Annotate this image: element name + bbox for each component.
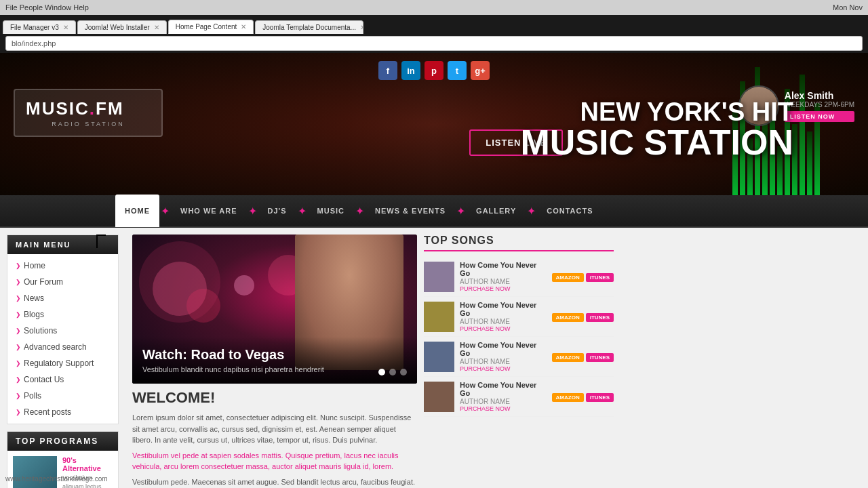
browser-tab[interactable]: Home Page Content✕ — [168, 20, 254, 34]
song-author: AUTHOR NAME — [460, 398, 547, 405]
welcome-paragraph-3: Vestibulum pede. Maecenas sit amet augue… — [132, 476, 417, 489]
browser-tab[interactable]: File Manager v3✕ — [3, 20, 76, 34]
linkedin-icon[interactable]: in — [401, 61, 420, 80]
nav-item-home[interactable]: HOME — [115, 195, 159, 227]
sidebar-menu-item[interactable]: Recent posts — [7, 404, 118, 420]
song-purchase-link[interactable]: PURCHASE NOW — [460, 285, 547, 292]
browser-tab[interactable]: Joomla! Web Installer✕ — [77, 20, 167, 34]
sidebar-menu-item[interactable]: Home — [7, 258, 118, 274]
sidebar-menu-item[interactable]: Regulatory Support — [7, 355, 118, 371]
song-author: AUTHOR NAME — [460, 358, 547, 365]
browser-tab[interactable]: Joomla Template Documenta...✕ — [255, 20, 363, 34]
song-thumbnail — [424, 382, 454, 412]
listen-now-button[interactable]: LISTEN NOW — [785, 111, 854, 122]
nav-item-whoweare[interactable]: WHO WE ARE — [171, 195, 247, 227]
song-buttons: AMAZON iTUNES — [552, 313, 614, 322]
song-item: How Come You Never Go AUTHOR NAME PURCHA… — [424, 257, 614, 297]
pinterest-icon[interactable]: p — [425, 61, 443, 80]
program-info: 90's Alternative Vestibulum aliquam lect… — [62, 456, 113, 488]
sidebar-menu-item[interactable]: Our Forum — [7, 274, 118, 290]
content-area: Watch: Road to Vegas Vestibulum blandit … — [125, 228, 868, 488]
program-thumb — [13, 456, 57, 488]
welcome-section: WELCOME! Lorem ipsum dolor sit amet, con… — [132, 389, 417, 488]
nav-item-contacts[interactable]: CONTACTS — [537, 195, 602, 227]
song-item: How Come You Never Go AUTHOR NAME PURCHA… — [424, 337, 614, 377]
twitter-icon[interactable]: t — [448, 61, 467, 80]
itunes-button[interactable]: iTUNES — [586, 393, 614, 402]
amazon-button[interactable]: AMAZON — [552, 353, 584, 362]
program-title: 90's Alternative — [62, 456, 113, 472]
top-songs-title: TOP SONGS — [424, 235, 614, 251]
tab-close-icon[interactable]: ✕ — [360, 24, 363, 31]
nav-separator: ✦ — [161, 205, 170, 218]
welcome-paragraph-2[interactable]: Vestibulum vel pede at sapien sodales ma… — [132, 450, 417, 472]
song-thumbnail — [424, 342, 454, 372]
browser-clock: Mon Nov — [833, 3, 863, 12]
song-item: How Come You Never Go AUTHOR NAME PURCHA… — [424, 377, 614, 417]
logo-area: MUSIC.FM RADIO STATION — [14, 85, 163, 137]
slider-dot-3[interactable] — [400, 369, 407, 375]
song-purchase-link[interactable]: PURCHASE NOW — [460, 325, 547, 332]
song-author: AUTHOR NAME — [460, 318, 547, 325]
station-tagline: NEW YORK'S HIT MUSIC STATION — [521, 99, 794, 160]
sidebar-menu-item[interactable]: Contact Us — [7, 371, 118, 388]
song-title: How Come You Never Go — [460, 301, 547, 317]
browser-titlebar: File People Window Help Mon Nov — [0, 0, 868, 15]
song-author: AUTHOR NAME — [460, 278, 547, 285]
logo-title: MUSIC.FM — [26, 98, 151, 119]
browser-chrome: File People Window Help Mon Nov File Man… — [0, 0, 868, 34]
welcome-paragraph-1: Lorem ipsum dolor sit amet, consectetuer… — [132, 412, 417, 446]
sidebar-menu-item[interactable]: Advanced search — [7, 339, 118, 355]
amazon-button[interactable]: AMAZON — [552, 313, 584, 322]
sidebar-menu-item[interactable]: News — [7, 290, 118, 306]
browser-menu[interactable]: File People Window Help — [5, 3, 89, 12]
main-menu-section: MAIN MENU HomeOur ForumNewsBlogsSolution… — [7, 235, 119, 424]
tab-close-icon[interactable]: ✕ — [154, 24, 159, 31]
tab-close-icon[interactable]: ✕ — [63, 24, 68, 31]
nav-item-newsevents[interactable]: NEWS & EVENTS — [366, 195, 455, 227]
main-navigation: HOME✦WHO WE ARE✦DJ'S✦MUSIC✦NEWS & EVENTS… — [0, 195, 868, 228]
google-icon[interactable]: g+ — [471, 61, 490, 80]
nav-item-music[interactable]: MUSIC — [308, 195, 354, 227]
song-purchase-link[interactable]: PURCHASE NOW — [460, 405, 547, 412]
sidebar-menu-item[interactable]: Solutions — [7, 323, 118, 339]
song-buttons: AMAZON iTUNES — [552, 353, 614, 362]
song-buttons: AMAZON iTUNES — [552, 273, 614, 282]
amazon-button[interactable]: AMAZON — [552, 273, 584, 282]
facebook-icon[interactable]: f — [378, 61, 397, 80]
site-header: f in p t g+ MUSIC.FM RADIO STATION LISTE… — [0, 53, 868, 195]
itunes-button[interactable]: iTUNES — [586, 313, 614, 322]
song-title: How Come You Never Go — [460, 341, 547, 357]
main-menu-title: MAIN MENU — [7, 235, 118, 254]
song-item: How Come You Never Go AUTHOR NAME PURCHA… — [424, 297, 614, 337]
song-info: How Come You Never Go AUTHOR NAME PURCHA… — [460, 341, 547, 372]
slider-area: Watch: Road to Vegas Vestibulum blandit … — [132, 235, 417, 488]
sidebar-menu-item[interactable]: Polls — [7, 388, 118, 404]
nav-separator: ✦ — [355, 205, 364, 218]
song-purchase-link[interactable]: PURCHASE NOW — [460, 365, 547, 372]
dj-info: Alex Smith WEEKDAYS 2PM-6PM LISTEN NOW — [785, 90, 854, 122]
itunes-button[interactable]: iTUNES — [586, 273, 614, 282]
nav-item-djs[interactable]: DJ'S — [258, 195, 296, 227]
sidebar: MAIN MENU HomeOur ForumNewsBlogsSolution… — [0, 228, 125, 488]
browser-addressbar[interactable]: blo/index.php — [5, 36, 863, 51]
social-bar: f in p t g+ — [0, 53, 868, 85]
song-title: How Come You Never Go — [460, 381, 547, 397]
welcome-title: WELCOME! — [132, 389, 417, 407]
nav-item-gallery[interactable]: GALLERY — [467, 195, 526, 227]
slider-dot-1[interactable] — [378, 369, 385, 375]
station-title: NEW YORK'S HIT MUSIC STATION — [521, 99, 794, 160]
footer-url: www.heritagechristiancollege.com — [5, 475, 108, 483]
amazon-button[interactable]: AMAZON — [552, 393, 584, 402]
itunes-button[interactable]: iTUNES — [586, 353, 614, 362]
nav-separator: ✦ — [298, 205, 307, 218]
nav-separator: ✦ — [527, 205, 536, 218]
sidebar-menu: HomeOur ForumNewsBlogsSolutionsAdvanced … — [7, 254, 118, 424]
slider-dot-2[interactable] — [389, 369, 396, 375]
top-songs-panel: TOP SONGS How Come You Never Go AUTHOR N… — [424, 235, 614, 488]
nav-separator: ✦ — [248, 205, 257, 218]
song-thumbnail — [424, 302, 454, 332]
sidebar-menu-item[interactable]: Blogs — [7, 306, 118, 323]
song-info: How Come You Never Go AUTHOR NAME PURCHA… — [460, 381, 547, 412]
tab-close-icon[interactable]: ✕ — [241, 23, 246, 30]
